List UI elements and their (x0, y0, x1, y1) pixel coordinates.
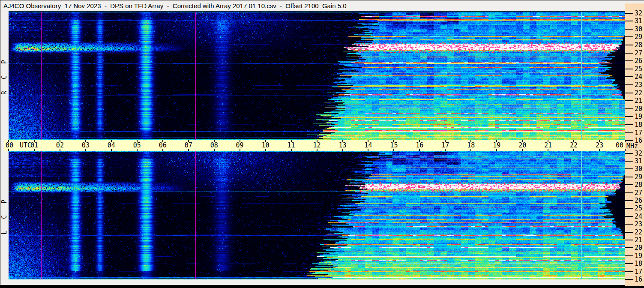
time-axis-unit: UTC (20, 142, 31, 149)
freq-tick-label: 31 (635, 158, 642, 165)
freq-tick (625, 132, 633, 133)
rcp-polarization-label: R C P (0, 54, 9, 97)
freq-tick-label: 30 (635, 26, 642, 33)
freq-tick-label: 19 (635, 252, 642, 259)
spectrogram-rcp (9, 12, 625, 140)
time-tick-label: 12 (313, 142, 321, 149)
time-tick-label: 23 (596, 142, 603, 149)
freq-tick (625, 263, 633, 264)
freq-tick-label: 20 (635, 105, 642, 112)
freq-tick-label: 28 (635, 42, 642, 48)
freq-tick (625, 184, 633, 185)
bottom-margin (0, 279, 625, 285)
freq-tick (625, 216, 633, 217)
freq-tick (625, 45, 633, 45)
time-tick-label: 00 (616, 142, 623, 149)
freq-tick (625, 21, 633, 21)
freq-tick (625, 53, 633, 54)
freq-tick-label: 29 (635, 33, 642, 40)
time-tick-label: 07 (185, 142, 192, 149)
freq-tick (625, 240, 633, 240)
freq-tick (625, 224, 633, 225)
freq-tick (625, 177, 633, 177)
freq-tick (625, 13, 633, 14)
freq-tick (625, 192, 633, 193)
freq-tick-label: 16 (635, 137, 642, 144)
freq-tick-label: 25 (635, 205, 642, 212)
freq-tick-label: 22 (635, 229, 642, 236)
window-title: AJ4CO Observatory 17 Nov 2023 - DPS on T… (3, 2, 347, 9)
freq-tick-label: 24 (635, 73, 642, 80)
freq-tick (625, 161, 633, 162)
spectrogram-lcp (9, 151, 625, 279)
spectrograph-window: AJ4CO Observatory 17 Nov 2023 - DPS on T… (0, 0, 644, 288)
freq-tick (625, 69, 633, 69)
freq-tick (625, 93, 633, 93)
freq-tick-label: 31 (635, 18, 642, 24)
freq-tick (625, 76, 633, 77)
freq-tick-label: 27 (635, 50, 642, 57)
freq-tick-label: 23 (635, 81, 642, 88)
freq-tick-label: 22 (635, 90, 642, 96)
freq-tick-label: 17 (635, 268, 642, 275)
freq-tick-label: 25 (635, 66, 642, 72)
freq-tick (625, 124, 633, 125)
time-tick-label: 08 (210, 142, 218, 149)
time-tick-label: 20 (518, 142, 526, 149)
time-tick (625, 149, 626, 151)
time-tick-label: 22 (570, 142, 578, 149)
freq-tick-label: 21 (635, 97, 642, 104)
time-tick-label: 19 (493, 142, 500, 149)
freq-tick (625, 108, 633, 109)
freq-tick (625, 84, 633, 85)
time-tick-label: 14 (364, 142, 372, 149)
freq-tick (625, 255, 633, 256)
freq-tick (625, 232, 633, 233)
freq-tick (625, 200, 633, 201)
time-tick-label: 13 (338, 142, 346, 149)
freq-tick-label: 16 (635, 276, 642, 283)
freq-tick (625, 36, 633, 37)
freq-tick-label: 18 (635, 260, 642, 267)
time-tick-label: 11 (287, 142, 295, 149)
time-tick-label: 04 (108, 142, 115, 149)
freq-tick-label: 24 (635, 213, 642, 220)
time-tick-label: 18 (467, 142, 475, 149)
freq-tick (625, 116, 633, 117)
time-tick-label: 02 (56, 142, 64, 149)
time-tick-label: 01 (30, 142, 38, 149)
time-tick-label: 21 (544, 142, 552, 149)
time-tick-label: 17 (441, 142, 449, 149)
freq-tick-label: 23 (635, 221, 642, 228)
time-tick-label: 10 (262, 142, 270, 149)
freq-tick-label: 26 (635, 197, 642, 204)
time-tick-label: 06 (159, 142, 167, 149)
freq-tick (625, 60, 633, 61)
time-tick-label: 00 (6, 142, 13, 149)
freq-tick (625, 279, 633, 280)
freq-tick (625, 140, 633, 141)
lcp-polarization-label: L C P (0, 194, 9, 237)
freq-tick (625, 100, 633, 101)
freq-tick-label: 27 (635, 189, 642, 196)
freq-tick-label: 30 (635, 165, 642, 172)
time-tick-label: 16 (416, 142, 423, 149)
freq-tick (625, 29, 633, 30)
time-tick-label: 03 (82, 142, 90, 149)
freq-tick-label: 18 (635, 121, 642, 128)
freq-tick-label: 28 (635, 181, 642, 188)
freq-tick-label: 32 (635, 10, 642, 17)
time-tick-label: 15 (390, 142, 398, 149)
freq-tick-label: 29 (635, 174, 642, 180)
freq-tick-label: 19 (635, 113, 642, 120)
freq-tick-label: 32 (635, 150, 642, 157)
freq-tick-label: 17 (635, 129, 642, 136)
time-tick-label: 05 (133, 142, 141, 149)
freq-tick-label: 26 (635, 57, 642, 64)
freq-tick (625, 168, 633, 169)
freq-tick-label: 21 (635, 237, 642, 243)
title-bar: AJ4CO Observatory 17 Nov 2023 - DPS on T… (0, 0, 644, 11)
freq-tick (625, 153, 633, 154)
freq-tick-label: 20 (635, 244, 642, 251)
freq-tick (625, 208, 633, 209)
